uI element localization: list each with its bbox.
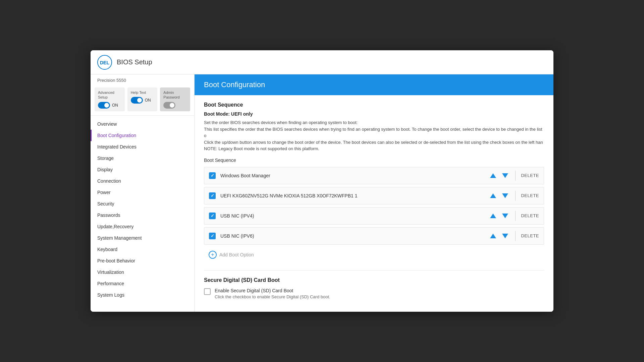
nav-item-keyboard[interactable]: Keyboard	[91, 244, 194, 255]
nav-item-boot-configuration[interactable]: Boot Configuration	[91, 130, 194, 141]
help-text-toggle[interactable]	[131, 97, 143, 104]
help-text-state: ON	[145, 98, 151, 103]
add-boot-option[interactable]: + Add Boot Option	[204, 247, 544, 262]
arrow-down-usb-ipv6[interactable]	[500, 231, 510, 241]
admin-password-toggle-group: AdminPassword	[160, 87, 190, 111]
nav-item-storage[interactable]: Storage	[91, 153, 194, 164]
delete-usb-ipv6[interactable]: DELETE	[521, 233, 539, 238]
help-line-3: Click the up/down button arrows to chang…	[204, 139, 544, 146]
bios-window: DELL BIOS Setup Precision 5550 AdvancedS…	[91, 50, 553, 312]
help-line-2: This list specifies the order that the B…	[204, 126, 544, 139]
sd-checkbox-help: Click the checkbox to enable Secure Digi…	[215, 294, 330, 299]
advanced-setup-label: AdvancedSetup	[98, 90, 121, 100]
arrow-down-icon-usb-ipv4	[502, 214, 508, 218]
advanced-setup-toggle-row: ON	[98, 102, 121, 109]
nav-item-integrated-devices[interactable]: Integrated Devices	[91, 141, 194, 153]
sd-section-title: Secure Digital (SD) Card Boot	[204, 277, 544, 283]
boot-item-usb-ipv6: USB NIC (IPV6) DELETE	[204, 227, 544, 245]
nav-item-pre-boot-behavior[interactable]: Pre-boot Behavior	[91, 255, 194, 266]
boot-item-windows: Windows Boot Manager DELETE	[204, 167, 544, 184]
divider-usb-ipv4	[515, 211, 516, 221]
nav-item-passwords[interactable]: Passwords	[91, 209, 194, 221]
arrow-up-usb-ipv4[interactable]	[488, 211, 498, 221]
device-name: Precision 5550	[91, 74, 194, 85]
plus-circle-icon: +	[209, 251, 217, 259]
advanced-setup-toggle-group: AdvancedSetup ON	[95, 87, 125, 111]
help-text-label: Help Text	[131, 90, 154, 95]
sd-checkbox-row: Enable Secure Digital (SD) Card Boot Cli…	[204, 288, 544, 299]
nav-item-power[interactable]: Power	[91, 187, 194, 198]
arrow-down-icon-usb-ipv6	[502, 234, 508, 238]
sidebar: Precision 5550 AdvancedSetup ON Help Tex…	[91, 74, 195, 312]
arrow-up-icon	[490, 173, 496, 178]
admin-password-label: AdminPassword	[163, 90, 187, 100]
page-header: Boot Configuration	[195, 74, 553, 95]
boot-checkbox-usb-ipv4[interactable]	[209, 213, 216, 219]
sd-enable-checkbox[interactable]	[204, 288, 211, 295]
boot-sequence-subtitle: Boot Sequence	[204, 158, 544, 163]
delete-usb-ipv4[interactable]: DELETE	[521, 213, 539, 218]
dell-logo: DELL	[97, 55, 112, 70]
boot-checkbox-usb-ipv6[interactable]	[209, 233, 216, 239]
nav-list: Overview Boot Configuration Integrated D…	[91, 116, 194, 303]
divider-usb-ipv6	[515, 231, 516, 241]
boot-checkbox-uefi[interactable]	[209, 192, 216, 199]
titlebar: DELL BIOS Setup	[91, 50, 553, 74]
nav-item-system-logs[interactable]: System Logs	[91, 289, 194, 301]
admin-password-toggle[interactable]	[163, 102, 175, 109]
boot-mode-label: Boot Mode: UEFI only	[204, 111, 544, 117]
boot-arrows-usb-ipv4	[488, 211, 510, 221]
arrow-down-icon-uefi	[502, 193, 508, 198]
arrow-up-windows[interactable]	[488, 171, 498, 180]
content-area: Boot Configuration Boot Sequence Boot Mo…	[195, 74, 553, 312]
content-body: Boot Sequence Boot Mode: UEFI only Set t…	[195, 95, 553, 306]
boot-arrows-usb-ipv6	[488, 231, 510, 241]
divider-uefi	[515, 191, 516, 201]
nav-item-overview[interactable]: Overview	[91, 118, 194, 130]
boot-item-name-uefi: UEFI KXG60ZNV512G NVMe KIOXIA 512GB X0OF…	[220, 193, 488, 198]
arrow-up-uefi[interactable]	[488, 191, 498, 200]
help-line-1: Set the order BIOS searches devices when…	[204, 119, 544, 126]
boot-item-name-usb-ipv4: USB NIC (IPV4)	[220, 213, 488, 219]
arrow-up-icon-usb-ipv6	[490, 234, 496, 238]
admin-password-toggle-row	[163, 102, 187, 109]
nav-item-virtualization[interactable]: Virtualization	[91, 266, 194, 278]
delete-uefi[interactable]: DELETE	[521, 193, 539, 198]
nav-item-connection[interactable]: Connection	[91, 175, 194, 187]
nav-item-update-recovery[interactable]: Update,Recovery	[91, 221, 194, 232]
sd-checkbox-label: Enable Secure Digital (SD) Card Boot	[215, 288, 330, 293]
sd-section: Secure Digital (SD) Card Boot Enable Sec…	[204, 270, 544, 299]
arrow-up-usb-ipv6[interactable]	[488, 231, 498, 241]
nav-item-security[interactable]: Security	[91, 198, 194, 209]
boot-checkbox-windows[interactable]	[209, 172, 216, 179]
boot-arrows-uefi	[488, 191, 510, 200]
arrow-up-icon-usb-ipv4	[490, 214, 496, 218]
nav-item-display[interactable]: Display	[91, 164, 194, 175]
help-text-block: Set the order BIOS searches devices when…	[204, 119, 544, 152]
arrow-down-uefi[interactable]	[500, 191, 510, 200]
settings-toggles: AdvancedSetup ON Help Text ON	[91, 85, 194, 116]
boot-sequence-section-title: Boot Sequence	[204, 102, 544, 108]
boot-item-uefi: UEFI KXG60ZNV512G NVMe KIOXIA 512GB X0OF…	[204, 187, 544, 204]
help-line-4: NOTE: Legacy Boot mode is not supported …	[204, 145, 544, 152]
arrow-up-icon-uefi	[490, 193, 496, 198]
nav-item-performance[interactable]: Performance	[91, 278, 194, 289]
arrow-down-icon	[502, 173, 508, 178]
arrow-down-windows[interactable]	[500, 171, 510, 180]
help-text-toggle-row: ON	[131, 97, 154, 104]
delete-windows[interactable]: DELETE	[521, 173, 539, 178]
nav-item-system-management[interactable]: System Management	[91, 232, 194, 244]
arrow-down-usb-ipv4[interactable]	[500, 211, 510, 221]
main-content: Precision 5550 AdvancedSetup ON Help Tex…	[91, 74, 553, 312]
add-boot-option-label: Add Boot Option	[219, 252, 254, 257]
boot-item-name-windows: Windows Boot Manager	[220, 173, 488, 178]
advanced-setup-state: ON	[112, 103, 118, 108]
boot-arrows-windows	[488, 171, 510, 180]
boot-item-name-usb-ipv6: USB NIC (IPV6)	[220, 233, 488, 239]
advanced-setup-toggle[interactable]	[98, 102, 110, 109]
svg-text:DELL: DELL	[100, 60, 109, 65]
divider-windows	[515, 171, 516, 181]
sd-checkbox-text-block: Enable Secure Digital (SD) Card Boot Cli…	[215, 288, 330, 299]
page-title: Boot Configuration	[204, 80, 265, 89]
boot-item-usb-ipv4: USB NIC (IPV4) DELETE	[204, 207, 544, 225]
